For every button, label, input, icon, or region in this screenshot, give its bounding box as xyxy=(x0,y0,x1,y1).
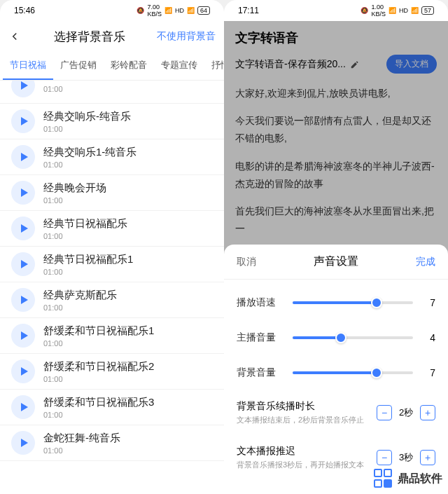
setting-info: 背景音乐续播时长 文本播报结束后，2秒后背景音乐停止 xyxy=(237,400,377,425)
music-info: 舒缓柔和节日祝福配乐2 01:00 xyxy=(43,360,213,383)
stepper: − 2秒 + xyxy=(377,405,435,420)
slider-label: 主播音量 xyxy=(237,331,284,344)
setting-label: 文本播报推迟 xyxy=(237,445,377,458)
music-item[interactable]: 舒缓柔和节日祝福配乐1 01:00 xyxy=(0,318,224,354)
cancel-button[interactable]: 取消 xyxy=(237,256,256,268)
music-item[interactable]: 01:00 xyxy=(0,81,224,104)
tab-item[interactable]: 抒情 xyxy=(204,52,224,80)
watermark: 鼎品软件 xyxy=(374,469,442,488)
play-button[interactable] xyxy=(11,181,35,205)
play-button[interactable] xyxy=(11,217,35,240)
status-indicators: 🔕 1.00KB/S 📶 HD 📶 57 xyxy=(360,4,434,18)
back-button[interactable] xyxy=(8,29,22,43)
music-duration: 01:00 xyxy=(43,446,213,455)
play-icon xyxy=(21,117,28,125)
tab-item[interactable]: 彩铃配音 xyxy=(104,52,154,80)
play-button[interactable] xyxy=(11,109,35,133)
play-button[interactable] xyxy=(11,81,35,97)
decrease-button[interactable]: − xyxy=(377,450,392,465)
tab-item[interactable]: 专题宣传 xyxy=(154,52,204,80)
music-item[interactable]: 经典节日祝福配乐 01:00 xyxy=(0,211,224,247)
music-title: 舒缓柔和节日祝福配乐3 xyxy=(43,396,213,409)
music-title: 舒缓柔和节日祝福配乐1 xyxy=(43,324,213,338)
slider-track[interactable] xyxy=(293,336,413,339)
music-item[interactable]: 经典晚会开场 01:00 xyxy=(0,175,224,211)
slider-thumb[interactable] xyxy=(371,367,382,378)
status-indicators: 🔕 7.00KB/S 📶 HD 📶 64 xyxy=(136,4,210,18)
music-info: 01:00 xyxy=(43,85,213,93)
mute-icon: 🔕 xyxy=(136,7,144,14)
logo-icon xyxy=(374,469,393,488)
music-item[interactable]: 经典节日祝福配乐1 01:00 xyxy=(0,247,224,282)
sheet-title: 声音设置 xyxy=(314,254,358,269)
play-icon xyxy=(21,403,28,411)
music-info: 经典萨克斯配乐 01:00 xyxy=(43,289,213,312)
slider-thumb[interactable] xyxy=(371,297,382,308)
music-duration: 01:00 xyxy=(43,196,213,205)
page-header: 选择背景音乐 不使用背景音 xyxy=(0,21,224,52)
status-bar: 17:11 🔕 1.00KB/S 📶 HD 📶 57 xyxy=(224,0,448,21)
play-button[interactable] xyxy=(11,395,35,419)
slider-thumb[interactable] xyxy=(335,332,346,343)
setting-desc: 文本播报结束后，2秒后背景音乐停止 xyxy=(237,415,377,425)
slider-label: 背景音量 xyxy=(237,366,284,379)
slider-row: 主播音量 4 xyxy=(237,320,435,355)
music-duration: 01:00 xyxy=(43,268,213,276)
play-icon xyxy=(21,260,28,268)
music-info: 经典晚会开场 01:00 xyxy=(43,181,213,205)
mute-icon: 🔕 xyxy=(360,7,368,14)
slider-label: 播放语速 xyxy=(237,296,284,309)
music-item[interactable]: 金蛇狂舞-纯音乐 01:00 xyxy=(0,425,224,461)
music-duration: 01:00 xyxy=(43,339,213,348)
sheet-header: 取消 声音设置 完成 xyxy=(224,245,448,280)
music-item[interactable]: 舒缓柔和节日祝福配乐3 01:00 xyxy=(0,390,224,425)
sound-settings-sheet: 取消 声音设置 完成 播放语速 7 主播音量 4 背景音量 7 背景音乐续播时长… xyxy=(224,245,448,494)
tab-item[interactable]: 广告促销 xyxy=(53,52,104,80)
sheet-body: 播放语速 7 主播音量 4 背景音量 7 背景音乐续播时长 文本播报结束后，2秒… xyxy=(224,280,448,494)
play-button[interactable] xyxy=(11,252,35,276)
play-icon xyxy=(21,153,28,161)
hd-icon: HD xyxy=(175,7,184,14)
play-button[interactable] xyxy=(11,359,35,383)
music-duration: 01:00 xyxy=(43,85,213,93)
play-button[interactable] xyxy=(11,288,35,312)
play-button[interactable] xyxy=(11,145,35,169)
music-title: 经典节日祝福配乐1 xyxy=(43,253,213,266)
category-tabs: 节日祝福广告促销彩铃配音专题宣传抒情 xyxy=(0,52,224,81)
status-time: 15:46 xyxy=(14,6,35,15)
right-phone-screen: 17:11 🔕 1.00KB/S 📶 HD 📶 57 文字转语音 文字转语音-保… xyxy=(224,0,448,494)
music-item[interactable]: 经典萨克斯配乐 01:00 xyxy=(0,282,224,318)
increase-button[interactable]: + xyxy=(420,405,435,420)
watermark-text: 鼎品软件 xyxy=(398,472,442,486)
done-button[interactable]: 完成 xyxy=(416,256,435,268)
slider-track[interactable] xyxy=(293,371,413,374)
play-icon xyxy=(21,296,28,304)
play-icon xyxy=(21,367,28,376)
stepper-value: 2秒 xyxy=(396,406,416,419)
stepper: − 3秒 + xyxy=(377,450,435,465)
decrease-button[interactable]: − xyxy=(377,405,392,420)
music-item[interactable]: 经典交响乐-纯音乐 01:00 xyxy=(0,104,224,139)
music-title: 经典交响乐-纯音乐 xyxy=(43,110,213,123)
music-duration: 01:00 xyxy=(43,232,213,240)
music-item[interactable]: 舒缓柔和节日祝福配乐2 01:00 xyxy=(0,354,224,390)
hd-icon: HD xyxy=(399,7,408,14)
music-info: 金蛇狂舞-纯音乐 01:00 xyxy=(43,432,213,455)
tab-item[interactable]: 节日祝福 xyxy=(3,52,53,80)
status-time: 17:11 xyxy=(238,6,259,15)
music-item[interactable]: 经典交响乐1-纯音乐 01:00 xyxy=(0,139,224,175)
play-icon xyxy=(21,224,28,233)
no-bgm-button[interactable]: 不使用背景音 xyxy=(157,30,216,43)
play-button[interactable] xyxy=(11,324,35,348)
music-list[interactable]: 01:00 经典交响乐-纯音乐 01:00 经典交响乐1-纯音乐 01:00 经… xyxy=(0,81,224,494)
music-info: 经典节日祝福配乐 01:00 xyxy=(43,217,213,240)
page-title: 选择背景音乐 xyxy=(22,29,157,45)
slider-value: 7 xyxy=(421,367,435,378)
battery-indicator: 57 xyxy=(421,6,434,15)
slider-track[interactable] xyxy=(293,301,413,304)
play-icon xyxy=(21,81,28,90)
increase-button[interactable]: + xyxy=(420,450,435,465)
music-duration: 01:00 xyxy=(43,375,213,383)
play-button[interactable] xyxy=(11,431,35,455)
play-icon xyxy=(21,188,28,197)
